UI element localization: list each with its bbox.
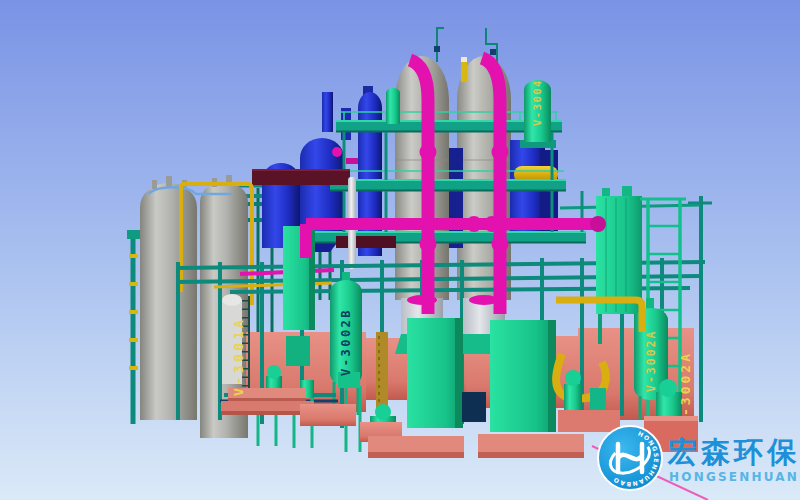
company-name-cn: 宏森环保	[667, 435, 800, 469]
plant-scene: V-3001A V-3002B V-3004 V-3002A -3002A HO…	[0, 0, 800, 500]
tan-pump-tower	[376, 332, 388, 416]
equipment-label-v3002b: V-3002B	[339, 308, 353, 376]
green-tank-box	[490, 320, 556, 432]
company-name-en: HONGSENHUANBAO	[669, 470, 800, 484]
green-tank-box	[407, 318, 463, 428]
company-logo: HONGSENHUANBAO	[598, 426, 662, 490]
equipment-label-v3002a: V-3002A	[644, 330, 658, 392]
equipment-label-p3002a: -3002A	[678, 351, 693, 416]
plant-3d-render: V-3001A V-3002B V-3004 V-3002A -3002A HO…	[0, 0, 800, 500]
equipment-label-v3004: V-3004	[531, 79, 543, 126]
equipment-label-v3001a: V-3001A	[231, 317, 246, 396]
